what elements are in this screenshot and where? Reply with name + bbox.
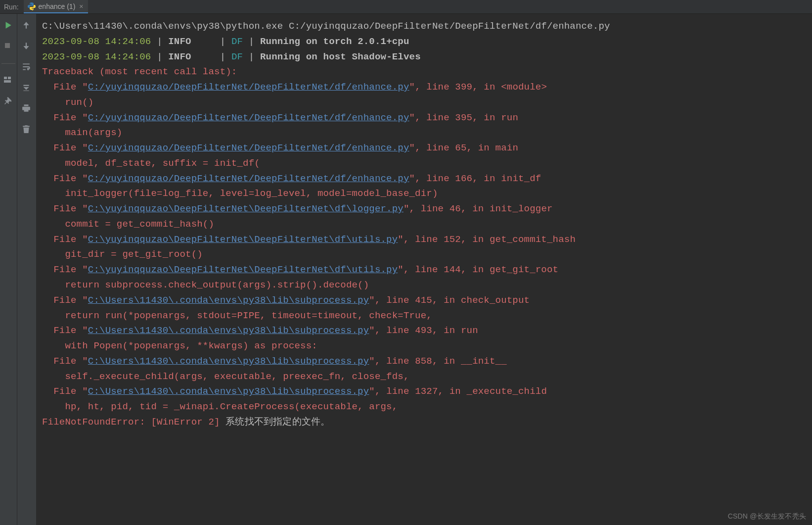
- traceback-frame: File ": [42, 143, 88, 153]
- close-tab-icon[interactable]: ×: [78, 2, 84, 10]
- log-tag: DF: [231, 36, 243, 47]
- log-tag: DF: [231, 51, 243, 62]
- svg-rect-3: [4, 80, 11, 83]
- file-link[interactable]: C:\Users\11430\.conda\envs\py38\lib\subp…: [88, 386, 369, 397]
- console-output[interactable]: C:\Users\11430\.conda\envs\py38\python.e…: [36, 14, 812, 525]
- log-timestamp: 2023-09-08 14:24:06: [42, 36, 151, 47]
- run-panel-header: Run: enhance (1) ×: [0, 0, 812, 14]
- run-config-tab[interactable]: enhance (1) ×: [24, 0, 89, 13]
- rerun-icon[interactable]: [3, 21, 13, 31]
- svg-rect-2: [8, 77, 11, 79]
- error-type: FileNotFoundError: [WinError 2]: [42, 417, 220, 428]
- run-toolbar-left: [0, 14, 17, 525]
- traceback-header: Traceback (most recent call last):: [42, 66, 237, 77]
- log-level: INFO: [168, 51, 214, 62]
- svg-rect-0: [5, 43, 10, 48]
- up-arrow-icon[interactable]: [22, 21, 32, 31]
- traceback-code: main(args): [42, 127, 122, 138]
- file-link[interactable]: C:/yuyinqquzao/DeepFilterNet/DeepFilterN…: [88, 112, 409, 123]
- traceback-frame: File ": [42, 173, 88, 184]
- error-message: 系统找不到指定的文件。: [220, 417, 330, 428]
- log-message: Running on host Shadow-Elves: [260, 51, 421, 62]
- traceback-frame: File ": [42, 234, 88, 245]
- file-link[interactable]: C:\Users\11430\.conda\envs\py38\lib\subp…: [88, 325, 369, 336]
- run-panel-body: C:\Users\11430\.conda\envs\py38\python.e…: [0, 14, 812, 525]
- print-icon[interactable]: [22, 104, 32, 114]
- svg-rect-1: [4, 77, 7, 79]
- traceback-frame: File ": [42, 325, 88, 336]
- traceback-code: hp, ht, pid, tid = _winapi.CreateProcess…: [42, 401, 398, 412]
- traceback-code: init_logger(file=log_file, level=log_lev…: [42, 188, 438, 199]
- traceback-code: commit = get_commit_hash(): [42, 219, 214, 230]
- file-link[interactable]: C:/yuyinqquzao/DeepFilterNet/DeepFilterN…: [88, 82, 409, 93]
- traceback-code: return subprocess.check_output(args).str…: [42, 280, 369, 290]
- watermark: CSDN @长发生发不秃头: [728, 511, 806, 522]
- pin-icon[interactable]: [3, 96, 13, 106]
- traceback-frame: File ": [42, 386, 88, 397]
- file-link[interactable]: C:\yuyinqquzao\DeepFilterNet\DeepFilterN…: [88, 234, 398, 245]
- file-link[interactable]: C:\Users\11430\.conda\envs\py38\lib\subp…: [88, 356, 369, 367]
- soft-wrap-icon[interactable]: [22, 62, 32, 72]
- traceback-code: model, df_state, suffix = init_df(: [42, 158, 260, 169]
- layout-icon[interactable]: [3, 76, 13, 86]
- file-link[interactable]: C:\Users\11430\.conda\envs\py38\lib\subp…: [88, 295, 369, 306]
- traceback-frame: File ": [42, 112, 88, 123]
- scroll-to-end-icon[interactable]: [22, 83, 32, 93]
- python-file-icon: [28, 2, 36, 10]
- file-link[interactable]: C:/yuyinqquzao/DeepFilterNet/DeepFilterN…: [88, 143, 409, 153]
- run-toolbar-right: [17, 14, 36, 525]
- traceback-code: with Popen(*popenargs, **kwargs) as proc…: [42, 340, 317, 351]
- traceback-frame: File ": [42, 82, 88, 93]
- trash-icon[interactable]: [22, 125, 32, 135]
- traceback-code: return run(*popenargs, stdout=PIPE, time…: [42, 310, 432, 321]
- traceback-code: git_dir = get_git_root(): [42, 249, 203, 260]
- stop-icon[interactable]: [3, 42, 13, 51]
- down-arrow-icon[interactable]: [22, 42, 32, 51]
- traceback-code: self._execute_child(args, executable, pr…: [42, 371, 409, 382]
- file-link[interactable]: C:/yuyinqquzao/DeepFilterNet/DeepFilterN…: [88, 173, 409, 184]
- traceback-frame: File ": [42, 264, 88, 275]
- file-link[interactable]: C:\yuyinqquzao\DeepFilterNet\DeepFilterN…: [88, 203, 404, 214]
- traceback-code: run(): [42, 97, 93, 108]
- log-level: INFO: [168, 36, 214, 47]
- tab-label: enhance (1): [39, 2, 76, 10]
- log-timestamp: 2023-09-08 14:24:06: [42, 51, 151, 62]
- file-link[interactable]: C:\yuyinqquzao\DeepFilterNet\DeepFilterN…: [88, 264, 398, 275]
- log-message: Running on torch 2.0.1+cpu: [260, 36, 409, 47]
- run-label: Run:: [0, 3, 24, 11]
- command-line: C:\Users\11430\.conda\envs\py38\python.e…: [42, 21, 610, 32]
- traceback-frame: File ": [42, 203, 88, 214]
- toolbar-divider: [1, 63, 15, 64]
- traceback-frame: File ": [42, 295, 88, 306]
- traceback-frame: File ": [42, 356, 88, 367]
